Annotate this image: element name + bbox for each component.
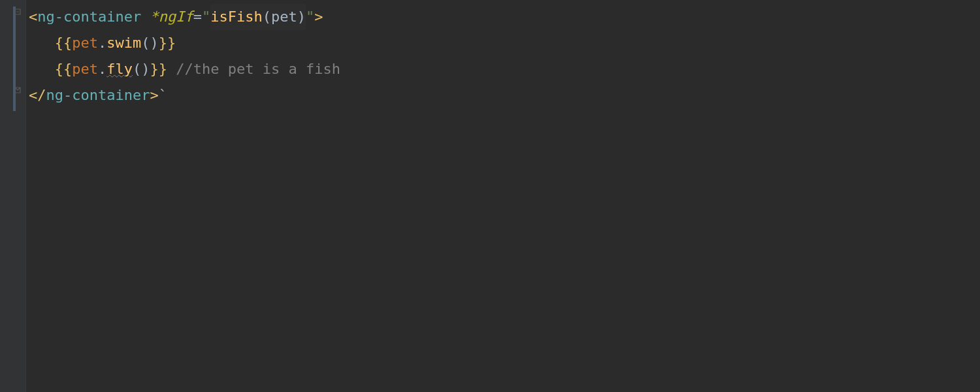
indent bbox=[29, 30, 55, 56]
call-parens: () bbox=[141, 30, 159, 56]
method-call: swim bbox=[106, 30, 141, 56]
interpolation-open: {{ bbox=[55, 56, 73, 82]
indent bbox=[29, 56, 55, 82]
code-line-3[interactable]: {{pet.fly()}} //the pet is a fish bbox=[29, 56, 980, 82]
space bbox=[167, 56, 176, 82]
fold-end-icon[interactable] bbox=[14, 86, 22, 94]
indent-guide bbox=[13, 7, 16, 111]
quote-close: " bbox=[306, 4, 314, 30]
interpolation-open: {{ bbox=[55, 30, 73, 56]
object-ref: pet bbox=[72, 56, 98, 82]
code-content[interactable]: <ng-container *ngIf="isFish(pet)"> {{pet… bbox=[26, 0, 980, 392]
angle-bracket-close: > bbox=[150, 82, 158, 108]
attribute-name: *ngIf bbox=[150, 4, 193, 30]
interpolation-close: }} bbox=[150, 56, 168, 82]
fold-collapse-icon[interactable] bbox=[14, 8, 22, 16]
code-line-2[interactable]: {{pet.swim()}} bbox=[29, 30, 980, 56]
code-line-4[interactable]: </ng-container>` bbox=[29, 82, 980, 108]
editor-gutter bbox=[0, 0, 26, 392]
tag-name: ng-container bbox=[46, 82, 150, 108]
code-editor: <ng-container *ngIf="isFish(pet)"> {{pet… bbox=[0, 0, 980, 392]
quote-open: " bbox=[202, 4, 210, 30]
comment-text: //the pet is a fish bbox=[176, 56, 340, 82]
space bbox=[141, 4, 150, 30]
code-line-1[interactable]: <ng-container *ngIf="isFish(pet)"> bbox=[29, 4, 980, 30]
method-call-warning: fly bbox=[106, 56, 133, 82]
angle-bracket-close: > bbox=[314, 4, 323, 30]
equals-sign: = bbox=[193, 4, 202, 30]
object-ref: pet bbox=[72, 30, 98, 56]
tag-name: ng-container bbox=[37, 4, 141, 30]
interpolation-close: }} bbox=[159, 30, 176, 56]
function-call: isFish bbox=[210, 4, 262, 30]
paren-open: ( bbox=[263, 4, 271, 30]
call-parens: () bbox=[133, 56, 150, 82]
backtick-char: ` bbox=[159, 82, 167, 108]
angle-bracket-open: < bbox=[29, 4, 37, 30]
dot-accessor: . bbox=[98, 30, 106, 56]
angle-bracket-open-slash: </ bbox=[29, 82, 46, 108]
argument: pet bbox=[271, 4, 297, 30]
paren-close: ) bbox=[297, 4, 306, 30]
dot-accessor: . bbox=[98, 56, 106, 82]
